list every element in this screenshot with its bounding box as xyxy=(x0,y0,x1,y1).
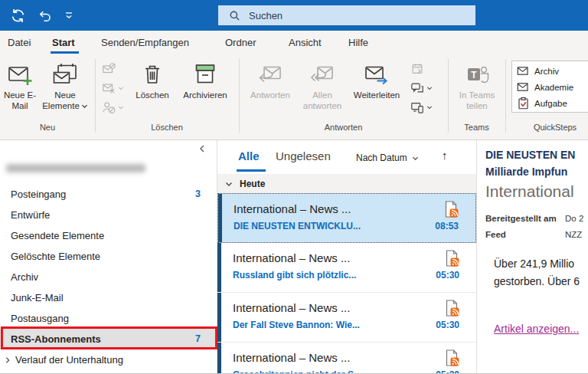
meta-label-feed: Feed xyxy=(485,227,565,243)
mail-time: 05:30 xyxy=(436,270,459,280)
send-receive-icon[interactable] xyxy=(10,8,26,24)
search-input[interactable]: Suchen xyxy=(218,5,475,25)
view-article-link[interactable]: Artikel anzeigen... xyxy=(494,323,579,335)
quickstep-akademie[interactable]: Akademie xyxy=(517,79,588,95)
teams-icon xyxy=(453,61,501,87)
new-mail-icon xyxy=(2,61,38,87)
customize-quick-access-icon[interactable] xyxy=(64,10,74,21)
folder-list: Posteingang3 Entwürfe Gesendete Elemente… xyxy=(0,184,217,370)
filter-tab-all[interactable]: Alle xyxy=(238,149,260,162)
mail-time: 08:53 xyxy=(435,221,459,231)
title-bar: Suchen xyxy=(0,0,588,31)
group-label-quicksteps: QuickSteps xyxy=(505,123,588,135)
undo-icon[interactable] xyxy=(38,8,52,23)
message-metadata: Bereitgestellt amDo 2 FeedNZZ xyxy=(485,211,583,243)
quickstep-archiv[interactable]: Archiv xyxy=(517,63,588,79)
mail-item-1[interactable]: International – News ... DIE NEUSTEN ENT… xyxy=(217,193,476,243)
reading-pane: DIE NEUSTEN EN Milliarde Impfun Internat… xyxy=(478,140,588,374)
group-divider xyxy=(505,59,506,133)
folder-posteingang[interactable]: Posteingang3 xyxy=(0,184,217,205)
unread-indicator-bar xyxy=(217,243,221,292)
collapse-group-chevron-icon[interactable] xyxy=(225,181,233,187)
mail-title: International – News ... xyxy=(233,351,424,364)
new-mail-button[interactable]: Neue E-Mail xyxy=(2,59,38,123)
folder-junk-email[interactable]: Junk-E-Mail xyxy=(0,287,217,308)
chevron-down-icon xyxy=(118,86,124,90)
new-items-button[interactable]: Neue Elemente xyxy=(40,59,90,123)
delete-button[interactable]: Löschen xyxy=(130,59,175,123)
unread-count: 3 xyxy=(195,184,201,205)
mail-item-2[interactable]: International – News ... Russland gibt s… xyxy=(217,243,476,293)
new-items-icon xyxy=(40,61,90,87)
unread-indicator-bar xyxy=(217,343,221,374)
quickstep-aufgabe[interactable]: Aufgabe xyxy=(517,95,588,111)
folder-postausgang[interactable]: Postausgang xyxy=(0,308,217,329)
outlook-window: Suchen Datei Start Senden/Empfangen Ordn… xyxy=(0,0,588,374)
mail-preview: DIE NEUSTEN ENTWICKLU... xyxy=(234,221,361,231)
message-list-header: Alle Ungelesen Nach Datum ↑ xyxy=(217,140,476,174)
mail-item-3[interactable]: International – News ... Der Fall Steve … xyxy=(217,293,476,343)
quick-access-toolbar xyxy=(10,0,74,31)
expand-chevron-icon[interactable] xyxy=(4,356,11,364)
chevron-down-icon xyxy=(412,156,419,161)
rss-attachment-icon xyxy=(443,201,459,218)
envelope-icon xyxy=(517,80,530,94)
mail-item-4[interactable]: International – News ... Grossbritannien… xyxy=(217,343,476,374)
collapse-folder-pane-icon[interactable] xyxy=(198,144,207,153)
junk-button[interactable] xyxy=(102,99,132,116)
sort-direction-icon[interactable]: ↑ xyxy=(442,149,448,162)
mail-preview: Der Fall Steve Bannon: Wie... xyxy=(233,320,360,330)
filter-tab-unread[interactable]: Ungelesen xyxy=(276,149,331,162)
rss-attachment-icon xyxy=(444,250,459,267)
tab-datei[interactable]: Datei xyxy=(8,31,31,54)
envelope-icon xyxy=(517,64,530,77)
group-header-heute[interactable]: Heute xyxy=(217,174,476,193)
meta-value-date: Do 2 xyxy=(565,214,583,223)
tab-senden-empfangen[interactable]: Senden/Empfangen xyxy=(101,31,189,54)
more-respond-button[interactable] xyxy=(410,99,441,116)
forward-envelope-icon xyxy=(346,61,407,87)
message-subject: DIE NEUSTEN EN Milliarde Impfun xyxy=(485,146,575,180)
account-name-redacted[interactable] xyxy=(6,164,145,172)
folder-entwuerfe[interactable]: Entwürfe xyxy=(0,205,217,225)
mail-preview: Grossbritannien nicht der S... xyxy=(233,369,361,374)
folder-geloeschte-elemente[interactable]: Gelöschte Elemente xyxy=(0,246,217,267)
feed-title: International xyxy=(485,182,574,201)
cleanup-button[interactable] xyxy=(102,80,132,97)
reply-all-envelope-icon xyxy=(299,61,346,87)
share-to-teams-button: In Teams teilen xyxy=(453,59,501,123)
archive-button[interactable]: Archivieren xyxy=(176,59,234,123)
im-reply-button[interactable] xyxy=(410,80,441,97)
group-divider xyxy=(95,59,96,133)
ignore-button[interactable] xyxy=(102,61,132,77)
tab-ansicht[interactable]: Ansicht xyxy=(289,31,322,54)
group-label-antworten: Antworten xyxy=(239,123,448,135)
group-label-loeschen: Löschen xyxy=(95,123,239,135)
group-divider xyxy=(239,59,240,133)
active-tab-underline xyxy=(51,51,79,54)
group-divider xyxy=(448,59,449,133)
unread-indicator-bar xyxy=(218,194,222,242)
folder-archiv[interactable]: Archiv xyxy=(0,267,217,287)
reply-button: Antworten xyxy=(243,59,297,123)
mail-title: International – News ... xyxy=(233,251,424,264)
group-label-neu: Neu xyxy=(0,123,95,135)
folder-rss-abonnements[interactable]: RSS-Abonnements7 xyxy=(0,329,217,349)
tab-ordner[interactable]: Ordner xyxy=(225,31,256,54)
ribbon: Neue E-Mail Neue Elemente Löschen Archiv… xyxy=(0,54,588,140)
forward-button[interactable]: Weiterleiten xyxy=(346,59,407,123)
meta-label-bereitgestellt: Bereitgestellt am xyxy=(485,211,565,227)
archive-box-icon xyxy=(176,61,234,87)
sort-by-dropdown[interactable]: Nach Datum xyxy=(356,153,419,163)
search-icon xyxy=(229,10,240,21)
reply-envelope-icon xyxy=(243,61,297,87)
meta-value-feed: NZZ xyxy=(565,230,582,239)
active-filter-underline xyxy=(237,169,266,172)
meeting-reply-button xyxy=(410,61,441,77)
folder-gesendete-elemente[interactable]: Gesendete Elemente xyxy=(0,225,217,246)
chevron-down-icon xyxy=(426,105,433,110)
tab-hilfe[interactable]: Hilfe xyxy=(348,31,368,54)
mail-preview: Russland gibt sich plötzlic... xyxy=(233,270,356,280)
rss-attachment-icon xyxy=(444,349,459,366)
folder-verlauf-der-unterhaltung[interactable]: Verlauf der Unterhaltung xyxy=(0,349,217,370)
